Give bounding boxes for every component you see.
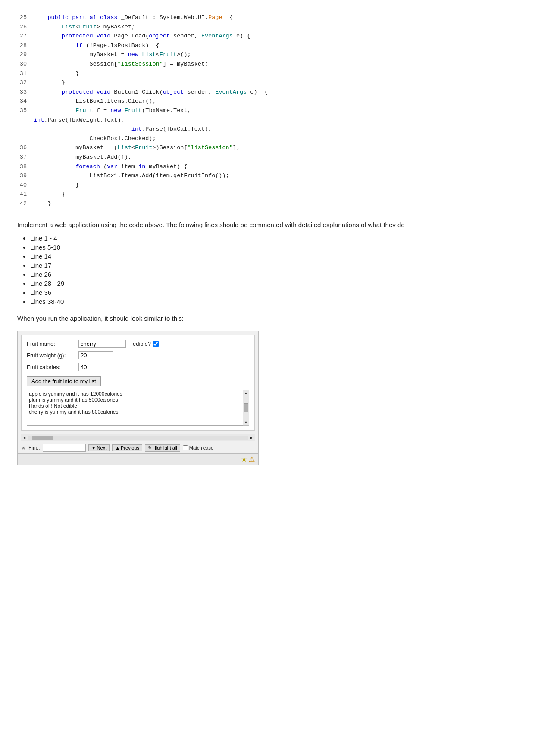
code-line: 38 foreach (var item in myBasket) {	[17, 162, 518, 172]
code-line: 31 }	[17, 69, 518, 78]
star-icon[interactable]: ★	[241, 455, 247, 463]
line-number: 34	[17, 97, 34, 106]
scrollbar-up-icon[interactable]: ▲	[244, 391, 248, 395]
line-number: 36	[17, 143, 34, 153]
line-number: 28	[17, 41, 34, 50]
find-previous-button[interactable]: ▲ Previous	[112, 444, 142, 451]
fruit-calories-input[interactable]	[78, 363, 113, 371]
fruit-calories-label: Fruit calories:	[27, 364, 78, 370]
code-line: 35 Fruit f = new Fruit(TbxName.Text,	[17, 106, 518, 116]
line-number: 40	[17, 181, 34, 190]
line-number: 29	[17, 50, 34, 59]
line-number: 38	[17, 162, 34, 172]
code-continuation: int.Parse(TbxWeight.Text),	[17, 116, 518, 125]
line-number: 41	[17, 190, 34, 199]
line-number: 37	[17, 153, 34, 162]
prose-intro: Implement a web application using the co…	[17, 220, 518, 230]
code-line: 28 if (!Page.IsPostBack) {	[17, 41, 518, 50]
highlight-icon: ✎	[148, 445, 152, 451]
bullet-item: Lines 38-40	[30, 298, 518, 305]
code-line: 26 List<Fruit> myBasket;	[17, 22, 518, 32]
code-block: 25 public partial class _Default : Syste…	[17, 13, 518, 208]
fruit-calories-row: Fruit calories:	[27, 363, 249, 371]
fruit-name-label: Fruit name:	[27, 341, 78, 347]
find-input[interactable]	[43, 444, 86, 452]
line-number: 31	[17, 69, 34, 78]
list-item: plum is yummy and it has 5000calories	[29, 397, 241, 403]
find-label: Find:	[28, 445, 40, 451]
line-number: 39	[17, 171, 34, 181]
line-number: 25	[17, 13, 34, 22]
bullet-item: Line 36	[30, 289, 518, 296]
bullet-item: Line 17	[30, 262, 518, 269]
code-line: 40 }	[17, 181, 518, 190]
fruit-name-row: Fruit name: edible?	[27, 340, 249, 348]
prose-outro: When you run the application, it should …	[17, 314, 518, 324]
fruit-listbox[interactable]: apple is yummy and it has 12000calories …	[27, 390, 243, 425]
line-number: 35	[17, 106, 34, 116]
line-number: 42	[17, 199, 34, 209]
listbox-wrapper: apple is yummy and it has 12000calories …	[27, 390, 249, 426]
scrollbar-down-icon[interactable]: ▼	[244, 420, 248, 425]
code-line: 37 myBasket.Add(f);	[17, 153, 518, 162]
line-number: 27	[17, 31, 34, 41]
code-line: 32 }	[17, 78, 518, 87]
find-close-button[interactable]: ✕	[21, 445, 26, 451]
code-line: 29 myBasket = new List<Fruit>();	[17, 50, 518, 59]
find-prev-arrow-icon: ▲	[115, 445, 120, 450]
fruit-weight-row: Fruit weight (g):	[27, 351, 249, 359]
code-line: 36 myBasket = (List<Fruit>)Session["list…	[17, 143, 518, 153]
find-next-arrow-icon: ▼	[91, 445, 96, 450]
match-case-checkbox[interactable]	[183, 445, 188, 450]
add-fruit-button[interactable]: Add the fruit info to my list	[27, 376, 101, 386]
list-item: Hands off! Not edible	[29, 403, 241, 409]
fruit-weight-input[interactable]	[78, 351, 113, 359]
icons-bar: ★ ⚠	[241, 455, 255, 463]
find-highlight-button[interactable]: ✎ Highlight all	[145, 444, 180, 452]
bullet-item: Line 14	[30, 253, 518, 260]
code-line: 25 public partial class _Default : Syste…	[17, 13, 518, 22]
list-item: apple is yummy and it has 12000calories	[29, 391, 241, 397]
hscroll-right-icon[interactable]: ►	[248, 436, 255, 440]
code-line: 42 }	[17, 199, 518, 209]
bullet-item: Line 26	[30, 271, 518, 278]
code-line: 39 ListBox1.Items.Add(item.getFruitInfo(…	[17, 171, 518, 181]
code-line: 33 protected void Button1_Click(object s…	[17, 87, 518, 97]
app-screenshot: Fruit name: edible? Fruit weight (g): Fr…	[17, 331, 259, 465]
bullet-item: Lines 5-10	[30, 244, 518, 251]
line-number: 33	[17, 87, 34, 97]
fruit-name-input[interactable]	[78, 340, 126, 348]
edible-checkbox[interactable]	[153, 341, 159, 347]
bullet-item: Line 28 - 29	[30, 280, 518, 287]
line-number: 30	[17, 59, 34, 69]
line-number: 26	[17, 22, 34, 32]
list-item: cherry is yummy and it has 800calories	[29, 409, 241, 415]
bullet-list: Line 1 - 4 Lines 5-10 Line 14 Line 17 Li…	[30, 234, 518, 305]
find-bar: ✕ Find: ▼ Next ▲ Previous ✎ Highlight al…	[18, 442, 258, 453]
code-line: 41 }	[17, 190, 518, 199]
line-number: 32	[17, 78, 34, 87]
hscroll-left-icon[interactable]: ◄	[21, 436, 28, 440]
fruit-weight-label: Fruit weight (g):	[27, 352, 78, 359]
bullet-item: Line 1 - 4	[30, 234, 518, 242]
match-case-label: Match case	[183, 445, 213, 450]
code-line: 34 ListBox1.Items.Clear();	[17, 97, 518, 106]
edible-label: edible?	[133, 341, 159, 347]
warning-icon: ⚠	[249, 455, 255, 463]
code-continuation: int.Parse(TbxCal.Text),	[17, 125, 518, 134]
code-line: 27 protected void Page_Load(object sende…	[17, 31, 518, 41]
bottom-bar: ★ ⚠	[18, 453, 258, 465]
code-continuation: CheckBox1.Checked);	[17, 134, 518, 144]
find-next-button[interactable]: ▼ Next	[88, 444, 110, 451]
code-line: 30 Session["listSession"] = myBasket;	[17, 59, 518, 69]
